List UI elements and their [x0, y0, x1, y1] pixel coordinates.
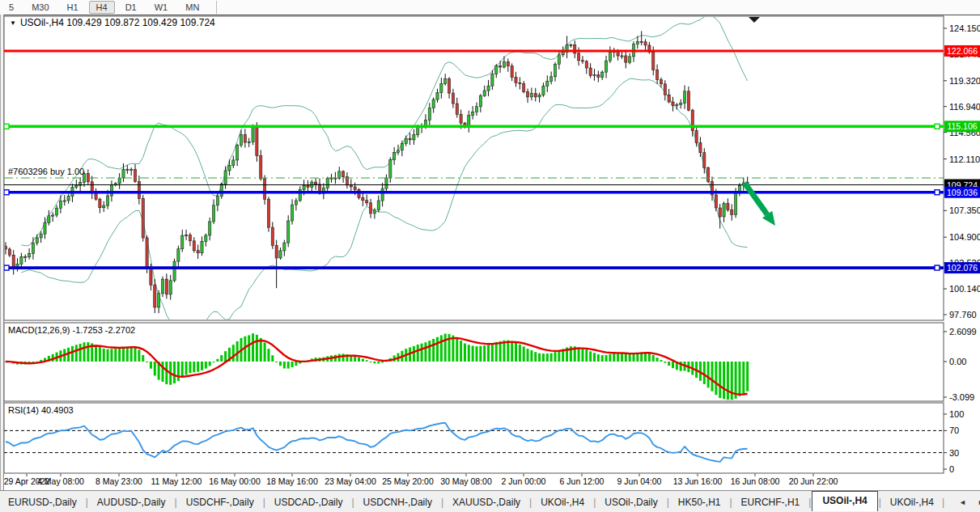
chart-title: ▼USOil-,H4 109.429 109.872 109.429 109.7…	[10, 17, 215, 28]
date-tick: 18 May 16:00	[266, 476, 318, 486]
price-tick: 116.940	[949, 102, 980, 112]
tab-ukoil-h4[interactable]: UKOil-,H4	[882, 494, 942, 510]
price-tick: 124.150	[949, 23, 980, 33]
trading-app-window: 5 M30 H1 H4 D1 W1 MN 124.150121.740119.3…	[0, 0, 980, 512]
rsi-tick: 0	[949, 464, 954, 474]
date-tick: 16 Jun 08:00	[731, 476, 780, 486]
price-tick: 119.320	[949, 76, 980, 86]
date-tick: 9 Jun 04:00	[617, 476, 662, 486]
tab-xauusd-daily[interactable]: XAUUSD-,Daily	[444, 494, 528, 510]
chart-title-text: USOil-,H4 109.429 109.872 109.429 109.72…	[20, 17, 215, 28]
date-tick: 6 Jun 12:00	[560, 476, 605, 486]
date-tick: 8 May 23:00	[95, 476, 142, 486]
tab-usoil-daily[interactable]: USOil-,Daily	[596, 494, 665, 510]
price-badge-label: 115.106	[947, 121, 977, 131]
price-badge-label: 109.036	[947, 188, 978, 197]
price-tick: 112.110	[949, 154, 980, 164]
window-left-edge	[0, 15, 4, 490]
price-tick: 107.350	[949, 205, 980, 215]
hline-handle[interactable]	[935, 265, 940, 270]
tab-usdcad-daily[interactable]: USDCAD-,Daily	[266, 494, 351, 510]
price-badge-label: 122.066	[947, 46, 978, 56]
rsi-tick: 30	[949, 448, 959, 458]
tab-eurchf-h1[interactable]: EURCHF-,H1	[733, 494, 808, 510]
rsi-tick: 100	[949, 409, 964, 419]
date-tick: 20 Jun 22:00	[789, 476, 838, 486]
tab-ukoil-h4[interactable]: UKOil-,H4	[532, 494, 592, 510]
rsi-tick: 70	[949, 425, 959, 435]
symbol-tab-bar: EURUSD-,Daily|AUDUSD-,Daily|USDCHF-,Dail…	[0, 490, 980, 512]
macd-tick: 2.6099	[949, 327, 977, 336]
date-tick: 4 May 08:00	[37, 476, 84, 486]
rsi-panel[interactable]	[4, 403, 944, 473]
date-tick: 30 May 08:00	[440, 476, 492, 486]
tab-audusd-daily[interactable]: AUDUSD-,Daily	[89, 494, 174, 510]
tab-separator: |	[942, 497, 944, 508]
hline-handle[interactable]	[4, 265, 9, 270]
hline-handle[interactable]	[4, 124, 9, 129]
open-position-label: #7603296 buy 1.00	[8, 167, 84, 176]
date-tick: 11 May 12:00	[151, 476, 202, 486]
macd-indicator-label: MACD(12,26,9) -1.7253 -2.2702	[8, 325, 135, 335]
rsi-indicator-label: RSI(14) 40.4903	[8, 405, 74, 415]
macd-panel[interactable]	[4, 323, 944, 401]
hline-handle[interactable]	[935, 190, 940, 195]
chevron-down-icon[interactable]: ▼	[10, 19, 16, 27]
date-tick: 23 May 04:00	[325, 476, 376, 486]
tab-usdchf-daily[interactable]: USDCHF-,Daily	[178, 494, 262, 510]
date-tick: 2 Jun 00:00	[502, 476, 546, 486]
tab-eurusd-daily[interactable]: EURUSD-,Daily	[0, 494, 85, 510]
price-badge-label: 102.076	[947, 263, 978, 273]
main-chart-panel[interactable]	[4, 16, 944, 320]
hline-handle[interactable]	[935, 124, 940, 129]
macd-tick: 0.00	[949, 357, 966, 366]
date-tick: 16 May 00:00	[209, 476, 261, 486]
hline-handle[interactable]	[4, 190, 9, 195]
date-tick: 13 Jun 16:00	[673, 476, 723, 486]
date-tick: 25 May 20:00	[382, 476, 434, 486]
chart-canvas[interactable]: 124.150121.740119.320116.940114.560112.1…	[0, 0, 980, 512]
macd-tick: -3.099	[949, 392, 974, 402]
price-tick: 97.760	[949, 310, 977, 319]
price-tick: 100.140	[949, 284, 980, 294]
tab-usdcnh-daily[interactable]: USDCNH-,Daily	[355, 494, 440, 510]
tab-usoil-h4[interactable]: USOil-,H4	[812, 491, 877, 511]
price-tick: 104.900	[949, 232, 980, 242]
scroll-left-icon[interactable]: ◄	[959, 498, 966, 506]
tab-hk50-h1[interactable]: HK50-,H1	[670, 494, 729, 510]
tab-scroll-controls: |◄►	[942, 497, 980, 508]
